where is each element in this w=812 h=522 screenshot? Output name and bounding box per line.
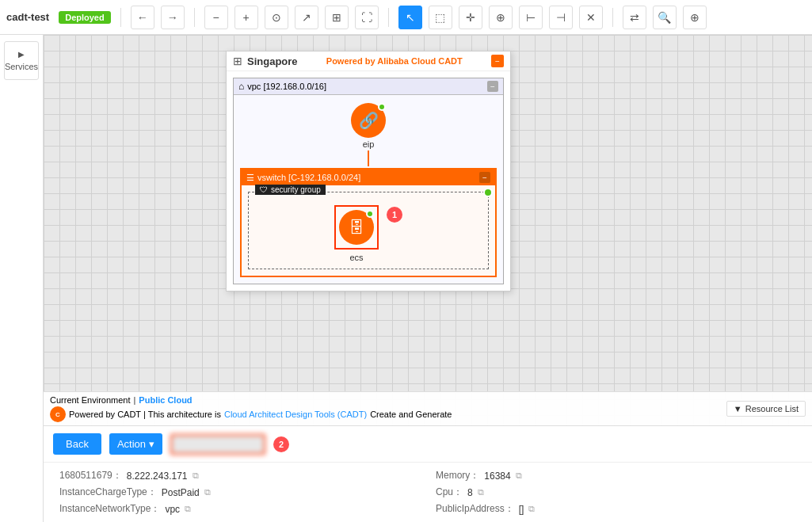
cpu-copy-icon[interactable]: ⧉: [478, 487, 484, 497]
memory-value: 16384: [484, 471, 510, 482]
action-bar: Back Action ▾ ●●●●●●●● 2: [44, 425, 812, 462]
diagram-header: ⊞ Singapore Powered by Alibaba Cloud CAD…: [227, 51, 510, 71]
charge-type-label: InstanceChargeType：: [59, 486, 157, 499]
charge-type-value: PostPaid: [162, 487, 200, 498]
ecs-node-icon: 🗄: [339, 210, 374, 245]
main-layout: ▶ Services ⊞ Singapore Powered by Alibab…: [0, 35, 812, 522]
ecs-status-dot: [366, 210, 374, 218]
services-label: Services: [5, 62, 38, 71]
vswitch-header-left: ☰ vswitch [C-192.168.0.0/24]: [246, 173, 360, 183]
move-tool-button[interactable]: ✛: [459, 6, 482, 29]
action-dropdown-icon: ▾: [149, 438, 154, 450]
vswitch-minimize-button[interactable]: −: [479, 172, 490, 183]
instance-id-label: 1680511679：: [59, 469, 122, 482]
forward-nav-button[interactable]: →: [161, 6, 185, 29]
eip-node-wrapper: 🔗 eip: [351, 103, 386, 149]
env-row: Current Environment | Public Cloud: [50, 395, 452, 405]
expand-button[interactable]: ↗: [295, 6, 318, 29]
ecs-area: 🗄 ecs 1: [255, 199, 482, 262]
canvas-info-bar: Current Environment | Public Cloud C Pow…: [44, 391, 812, 425]
sg-status-dot: [483, 188, 493, 197]
vpc-container: ⌂ vpc [192.168.0.0/16] − 🔗 eip: [233, 78, 504, 284]
vswitch-icon: ☰: [246, 173, 254, 183]
vswitch-container: ☰ vswitch [C-192.168.0.0/24] − 🛡 securit…: [240, 168, 497, 277]
zoom-reset-button[interactable]: ⊙: [265, 6, 288, 29]
charge-type-row: InstanceChargeType： PostPaid ⧉: [59, 486, 420, 499]
home-icon: ⌂: [238, 81, 244, 92]
zoom-out-button[interactable]: −: [204, 6, 228, 29]
vpc-label: vpc [192.168.0.0/16]: [247, 82, 326, 91]
network-type-copy-icon[interactable]: ⧉: [185, 504, 191, 514]
public-ip-copy-icon[interactable]: ⧉: [528, 504, 535, 514]
dropdown-icon: ▼: [734, 404, 742, 413]
search-button[interactable]: 🔍: [653, 6, 677, 29]
network-type-label: InstanceNetworkType：: [59, 502, 160, 516]
details-section: 1680511679： 8.222.243.171 ⧉ Memory： 1638…: [44, 462, 812, 522]
back-nav-button[interactable]: ←: [131, 6, 154, 29]
memory-row: Memory： 16384 ⧉: [436, 469, 796, 482]
connect-tool-button[interactable]: ⊕: [489, 6, 513, 29]
zoom-in-button[interactable]: +: [234, 6, 258, 29]
minimize-button[interactable]: −: [491, 55, 504, 67]
security-group-area: 🛡 security group 🗄: [242, 185, 495, 276]
deployed-badge: Deployed: [59, 11, 111, 24]
cpu-label: Cpu：: [436, 486, 463, 499]
cadt-logo: C: [50, 406, 66, 422]
fit-button[interactable]: ⛶: [355, 6, 379, 29]
memory-label: Memory：: [436, 469, 479, 482]
security-group-label: security group: [271, 185, 321, 194]
instance-id-row: 1680511679： 8.222.243.171 ⧉: [59, 469, 420, 482]
select-tool-button[interactable]: ↖: [398, 6, 422, 29]
resource-list-label: Resource List: [745, 404, 799, 413]
services-panel-button[interactable]: ▶ Services: [4, 41, 39, 80]
blurred-input-field[interactable]: ●●●●●●●●: [170, 434, 265, 455]
vpc-minimize-button[interactable]: −: [487, 81, 498, 92]
powered-row: C Powered by CADT | This architecture is…: [50, 406, 452, 422]
vpc-header: ⌂ vpc [192.168.0.0/16] −: [234, 78, 503, 95]
grid-icon: ⊞: [233, 55, 242, 67]
delete-tool-button[interactable]: ✕: [579, 6, 603, 29]
magnify-button[interactable]: ⊕: [683, 6, 707, 29]
diagram-header-left: ⊞ Singapore: [233, 55, 298, 67]
powered-by-label: Powered by Alibaba Cloud CADT: [326, 56, 463, 66]
resource-list-button[interactable]: ▼ Resource List: [726, 401, 806, 417]
toolbar-separator-2: [194, 8, 195, 27]
ecs-node[interactable]: 🗄: [334, 205, 379, 250]
shield-icon: 🛡: [260, 185, 268, 194]
eip-connector-line: [368, 151, 369, 166]
back-button[interactable]: Back: [53, 433, 101, 455]
cpu-row: Cpu： 8 ⧉: [436, 486, 796, 499]
action-label: Action: [117, 438, 146, 450]
toolbar-separator-4: [612, 8, 613, 27]
instance-id-copy-icon[interactable]: ⧉: [193, 471, 199, 481]
canvas-area[interactable]: ⊞ Singapore Powered by Alibaba Cloud CAD…: [44, 35, 812, 425]
top-bar: cadt-test Deployed ← → − + ⊙ ↗ ⊞ ⛶ ↖ ⬚ ✛…: [0, 0, 812, 35]
memory-copy-icon[interactable]: ⧉: [516, 471, 522, 481]
toolbar-separator-3: [388, 8, 389, 27]
cadt-link[interactable]: Cloud Architect Design Tools (CADT): [224, 410, 367, 419]
vswitch-header: ☰ vswitch [C-192.168.0.0/24] −: [242, 170, 495, 185]
network-type-value: vpc: [165, 504, 180, 515]
app-title: cadt-test: [6, 11, 49, 23]
security-group-label-bar: 🛡 security group: [255, 185, 326, 195]
badge-1: 1: [387, 207, 402, 223]
line-tool-button[interactable]: ⊣: [549, 6, 573, 29]
edge-tool-button[interactable]: ⊢: [519, 6, 543, 29]
action-button[interactable]: Action ▾: [109, 433, 162, 455]
region-name: Singapore: [247, 55, 298, 67]
ecs-label: ecs: [334, 253, 379, 262]
share-button[interactable]: ⇄: [623, 6, 646, 29]
vpc-header-left: ⌂ vpc [192.168.0.0/16]: [238, 81, 326, 92]
eip-label: eip: [363, 139, 375, 149]
public-cloud-label: Public Cloud: [139, 395, 192, 405]
env-label: Current Environment: [50, 395, 131, 405]
public-ip-value: []: [519, 504, 524, 515]
diagram-panel: ⊞ Singapore Powered by Alibaba Cloud CAD…: [226, 51, 511, 291]
charge-type-copy-icon[interactable]: ⧉: [204, 487, 211, 497]
powered-text: Powered by CADT | This architecture is: [69, 410, 221, 419]
instance-id-value: 8.222.243.171: [127, 471, 188, 482]
eip-node-icon[interactable]: 🔗: [351, 103, 386, 138]
rect-tool-button[interactable]: ⬚: [429, 6, 452, 29]
network-type-row: InstanceNetworkType： vpc ⧉: [59, 502, 420, 516]
grid-button[interactable]: ⊞: [325, 6, 349, 29]
